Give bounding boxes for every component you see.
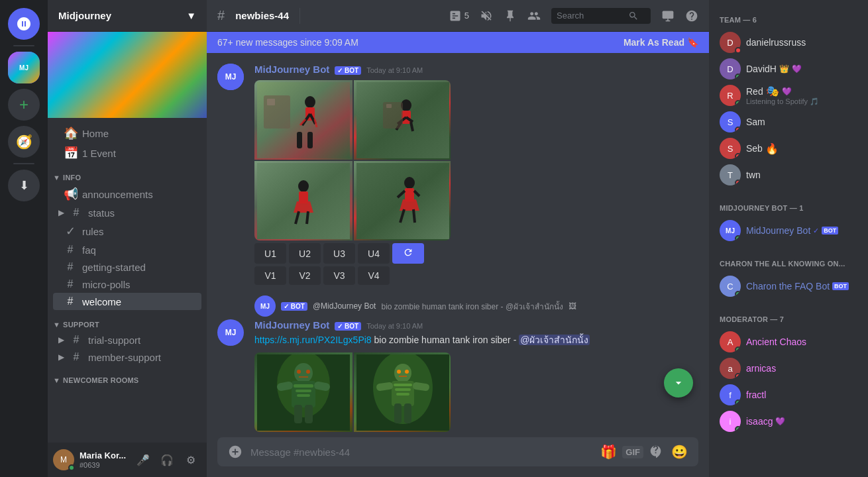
scroll-to-bottom-button[interactable] <box>664 368 693 398</box>
add-attachment-button[interactable] <box>225 442 245 462</box>
input-right-actions: 🎁 GIF 😀 <box>598 441 690 462</box>
user-controls: 🎤 🎧 ⚙ <box>133 449 201 470</box>
moderator-category: MODERATOR — 7 <box>714 310 863 326</box>
member-arnicas[interactable]: a arnicas <box>714 355 863 382</box>
messages-area: MJ MidJourney Bot ✓ BOT Today at 9:10 AM <box>207 53 709 435</box>
sticker-button[interactable] <box>646 442 666 462</box>
header-divider <box>299 8 300 24</box>
btn-u1[interactable]: U1 <box>254 243 286 264</box>
svg-rect-12 <box>297 132 302 148</box>
message-row-2: MJ ✓ BOT @MidJourney Bot bio zombie huma… <box>217 295 698 432</box>
channel-name: getting-started <box>82 262 146 273</box>
nav-home[interactable]: 🏠 Home <box>53 123 201 143</box>
username: Maria Kor... <box>80 450 127 461</box>
svg-line-27 <box>307 211 308 224</box>
channel-faq[interactable]: # faq <box>53 241 201 258</box>
typing-area <box>207 435 709 437</box>
member-midjourney-bot[interactable]: MJ MidJourney Bot ✓ BOT <box>714 217 863 244</box>
new-messages-banner[interactable]: 67+ new messages since 9:09 AM Mark As R… <box>207 32 709 53</box>
member-avatar-daniel: D <box>720 32 741 53</box>
member-ancient-chaos[interactable]: A Ancient Chaos <box>714 329 863 355</box>
svg-point-43 <box>297 370 301 374</box>
message-input[interactable] <box>245 441 598 463</box>
member-sam[interactable]: S Sam <box>714 109 863 135</box>
gif-button[interactable]: GIF <box>622 446 643 458</box>
member-charon[interactable]: C Charon the FAQ Bot BOT <box>714 273 863 299</box>
status-dnd <box>735 47 741 54</box>
channel-welcome[interactable]: # welcome <box>53 293 201 310</box>
channel-hash-icon: # <box>217 8 225 23</box>
bot-avatar-2: MJ <box>217 319 244 346</box>
channel-trial-support[interactable]: ▶ # trial-support <box>53 331 201 348</box>
btn-v3[interactable]: V3 <box>323 266 355 285</box>
midjourney-server-icon[interactable]: MJ <box>8 52 40 83</box>
isaac-nitro: 💜 <box>775 417 785 426</box>
main-content: # newbies-44 5 <box>207 0 709 477</box>
channel-status[interactable]: ▶ # status <box>53 204 201 221</box>
search-input[interactable] <box>557 11 623 21</box>
svg-rect-0 <box>663 11 674 19</box>
btn-refresh[interactable] <box>392 243 424 264</box>
category-support[interactable]: ▼ SUPPORT <box>48 310 207 331</box>
svg-rect-55 <box>394 403 402 423</box>
discord-home-button[interactable] <box>8 8 40 40</box>
add-server-button[interactable]: + <box>8 89 40 121</box>
bot-avatar: MJ <box>217 64 244 90</box>
category-newcomer[interactable]: ▼ NEWCOMER ROOMS <box>48 366 207 387</box>
mute-button[interactable] <box>480 9 493 23</box>
channel-rules[interactable]: ✓ rules <box>53 221 201 241</box>
btn-v4[interactable]: V4 <box>358 266 390 285</box>
channel-micro-polls[interactable]: # micro-polls <box>53 276 201 293</box>
message-inner-2: MJ MidJourney Bot ✓ BOT Today at 9:10 AM… <box>217 319 698 432</box>
pin-button[interactable] <box>504 9 517 23</box>
channel-name: trial-support <box>88 335 140 346</box>
inbox-button[interactable] <box>661 9 675 23</box>
help-button[interactable] <box>685 9 698 23</box>
member-seb[interactable]: S Seb 🔥 <box>714 135 863 162</box>
members-button[interactable] <box>527 9 541 23</box>
svg-rect-22 <box>386 104 392 108</box>
svg-point-58 <box>405 370 409 374</box>
red-nitro: 💜 <box>782 87 792 96</box>
category-newcomer-label: NEWCOMER ROOMS <box>63 376 138 384</box>
image-icon: 🖼 <box>569 301 576 311</box>
svg-point-6 <box>305 96 315 108</box>
btn-v1[interactable]: V1 <box>254 266 286 285</box>
member-davidh[interactable]: D DavidH 👑 💜 <box>714 56 863 82</box>
threads-button[interactable]: 5 <box>449 9 469 23</box>
settings-button[interactable]: ⚙ <box>180 449 201 470</box>
server-banner <box>48 32 207 118</box>
download-apps-button[interactable]: ⬇ <box>8 170 40 201</box>
gift-button[interactable]: 🎁 <box>598 441 620 462</box>
message-input-area: 🎁 GIF 😀 <box>207 437 709 477</box>
search-bar[interactable] <box>551 8 651 24</box>
status-online-charon <box>735 291 741 297</box>
server-header[interactable]: Midjourney ▼ <box>48 0 207 32</box>
category-info[interactable]: ▼ INFO <box>48 163 207 184</box>
member-fractl[interactable]: f fractl <box>714 382 863 408</box>
headset-button[interactable]: 🎧 <box>156 449 178 470</box>
member-isaacg[interactable]: i isaacg 💜 <box>714 408 863 435</box>
member-name-ancient: Ancient Chaos <box>746 337 806 347</box>
message-link-2[interactable]: https://s.mj.run/PX2ILgx5Pi8 <box>254 335 372 345</box>
btn-v2[interactable]: V2 <box>289 266 321 285</box>
status-online-fractl <box>735 399 741 405</box>
channel-getting-started[interactable]: # getting-started <box>53 258 201 276</box>
explore-servers-button[interactable]: 🧭 <box>8 126 40 158</box>
member-red[interactable]: R Red 🎭 💜 Listening to Spotify 🎵 <box>714 82 863 109</box>
mark-as-read-button[interactable]: Mark As Read 🔖 <box>624 37 698 48</box>
emoji-button[interactable]: 😀 <box>669 441 690 462</box>
member-twn[interactable]: T twn <box>714 162 863 188</box>
btn-u2[interactable]: U2 <box>289 243 321 264</box>
channel-announcements[interactable]: 📢 announcements <box>53 184 201 204</box>
mic-button[interactable]: 🎤 <box>133 449 154 470</box>
channel-member-support[interactable]: ▶ # member-support <box>53 348 201 366</box>
calendar-icon: 📅 <box>64 146 77 160</box>
nav-events[interactable]: 📅 1 Event <box>53 143 201 163</box>
btn-u4[interactable]: U4 <box>358 243 390 264</box>
member-danielrussruss[interactable]: D danielrussruss <box>714 29 863 56</box>
btn-u3[interactable]: U3 <box>323 243 355 264</box>
user-tag: #0639 <box>80 461 127 469</box>
midjourney-bot-section: MIDJOURNEY BOT — 1 MJ MidJourney Bot ✓ B… <box>714 199 863 244</box>
member-name-charon: Charon the FAQ Bot <box>746 281 830 292</box>
